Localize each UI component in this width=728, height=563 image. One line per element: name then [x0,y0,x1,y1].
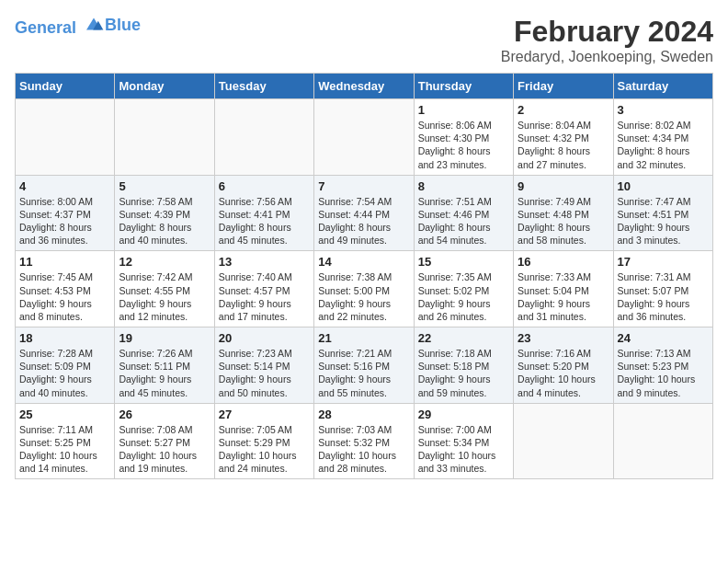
day-number: 21 [318,331,409,345]
calendar-table: SundayMondayTuesdayWednesdayThursdayFrid… [15,73,713,479]
day-number: 25 [19,408,110,421]
day-number: 19 [119,331,210,345]
header-saturday: Saturday [613,74,712,99]
day-info: Sunrise: 8:02 AM Sunset: 4:34 PM Dayligh… [618,119,709,171]
calendar-week-5: 25Sunrise: 7:11 AM Sunset: 5:25 PM Dayli… [16,403,713,479]
day-info: Sunrise: 8:06 AM Sunset: 4:30 PM Dayligh… [418,119,509,171]
calendar-cell: 7Sunrise: 7:54 AM Sunset: 4:44 PM Daylig… [314,175,414,251]
header-friday: Friday [514,74,613,99]
calendar-week-1: 1Sunrise: 8:06 AM Sunset: 4:30 PM Daylig… [16,99,713,176]
day-number: 14 [318,255,409,269]
day-info: Sunrise: 7:03 AM Sunset: 5:32 PM Dayligh… [318,423,409,476]
day-info: Sunrise: 7:31 AM Sunset: 5:07 PM Dayligh… [618,270,709,323]
calendar-cell [214,99,313,176]
day-number: 1 [418,103,509,117]
calendar-cell: 20Sunrise: 7:23 AM Sunset: 5:14 PM Dayli… [214,327,313,404]
day-info: Sunrise: 7:35 AM Sunset: 5:02 PM Dayligh… [418,270,509,323]
calendar-cell: 18Sunrise: 7:28 AM Sunset: 5:09 PM Dayli… [16,327,115,404]
day-number: 20 [219,331,310,345]
day-number: 8 [418,179,509,193]
day-info: Sunrise: 7:58 AM Sunset: 4:39 PM Dayligh… [119,195,210,247]
calendar-cell: 29Sunrise: 7:00 AM Sunset: 5:34 PM Dayli… [414,403,513,479]
day-number: 16 [518,255,609,269]
day-number: 7 [318,179,409,193]
calendar-cell [115,99,214,176]
calendar-cell: 4Sunrise: 8:00 AM Sunset: 4:37 PM Daylig… [16,175,115,251]
day-number: 10 [618,179,709,193]
day-info: Sunrise: 7:38 AM Sunset: 5:00 PM Dayligh… [318,270,409,323]
calendar-cell: 11Sunrise: 7:45 AM Sunset: 4:53 PM Dayli… [16,251,115,327]
logo-text: General [15,15,105,38]
day-number: 29 [418,408,509,421]
day-info: Sunrise: 7:08 AM Sunset: 5:27 PM Dayligh… [119,423,210,476]
header-sunday: Sunday [16,74,115,99]
calendar-cell: 19Sunrise: 7:26 AM Sunset: 5:11 PM Dayli… [115,327,214,404]
day-info: Sunrise: 8:00 AM Sunset: 4:37 PM Dayligh… [19,195,110,247]
day-info: Sunrise: 7:13 AM Sunset: 5:23 PM Dayligh… [618,347,709,399]
day-info: Sunrise: 7:23 AM Sunset: 5:14 PM Dayligh… [219,347,310,399]
header-monday: Monday [115,74,214,99]
day-info: Sunrise: 7:51 AM Sunset: 4:46 PM Dayligh… [418,195,509,247]
header-wednesday: Wednesday [314,74,414,99]
day-number: 5 [119,179,210,193]
day-info: Sunrise: 7:47 AM Sunset: 4:51 PM Dayligh… [618,195,709,247]
day-number: 27 [219,408,310,421]
day-number: 15 [418,255,509,269]
calendar-cell: 1Sunrise: 8:06 AM Sunset: 4:30 PM Daylig… [414,99,513,176]
calendar-cell: 28Sunrise: 7:03 AM Sunset: 5:32 PM Dayli… [314,403,414,479]
calendar-cell: 10Sunrise: 7:47 AM Sunset: 4:51 PM Dayli… [613,175,712,251]
day-info: Sunrise: 7:11 AM Sunset: 5:25 PM Dayligh… [19,423,110,476]
calendar-cell: 22Sunrise: 7:18 AM Sunset: 5:18 PM Dayli… [414,327,513,404]
calendar-cell: 3Sunrise: 8:02 AM Sunset: 4:34 PM Daylig… [613,99,712,176]
logo-icon [83,15,105,33]
header-thursday: Thursday [414,74,513,99]
calendar-cell: 14Sunrise: 7:38 AM Sunset: 5:00 PM Dayli… [314,251,414,327]
calendar-cell: 23Sunrise: 7:16 AM Sunset: 5:20 PM Dayli… [514,327,613,404]
calendar-cell: 16Sunrise: 7:33 AM Sunset: 5:04 PM Dayli… [514,251,613,327]
day-info: Sunrise: 7:28 AM Sunset: 5:09 PM Dayligh… [19,347,110,399]
calendar-cell: 17Sunrise: 7:31 AM Sunset: 5:07 PM Dayli… [613,251,712,327]
day-info: Sunrise: 7:56 AM Sunset: 4:41 PM Dayligh… [219,195,310,247]
calendar-cell: 21Sunrise: 7:21 AM Sunset: 5:16 PM Dayli… [314,327,414,404]
day-number: 12 [119,255,210,269]
day-number: 11 [19,255,110,269]
page-title: February 2024 [501,15,713,49]
calendar-cell [613,403,712,479]
day-number: 4 [19,179,110,193]
calendar-cell: 13Sunrise: 7:40 AM Sunset: 4:57 PM Dayli… [214,251,313,327]
day-info: Sunrise: 7:33 AM Sunset: 5:04 PM Dayligh… [518,270,609,323]
calendar-cell [314,99,414,176]
day-info: Sunrise: 7:42 AM Sunset: 4:55 PM Dayligh… [119,270,210,323]
day-info: Sunrise: 7:00 AM Sunset: 5:34 PM Dayligh… [418,423,509,476]
day-number: 9 [518,179,609,193]
calendar-cell: 9Sunrise: 7:49 AM Sunset: 4:48 PM Daylig… [514,175,613,251]
day-info: Sunrise: 7:26 AM Sunset: 5:11 PM Dayligh… [119,347,210,399]
calendar-cell: 27Sunrise: 7:05 AM Sunset: 5:29 PM Dayli… [214,403,313,479]
day-number: 26 [119,408,210,421]
day-info: Sunrise: 7:49 AM Sunset: 4:48 PM Dayligh… [518,195,609,247]
calendar-cell: 6Sunrise: 7:56 AM Sunset: 4:41 PM Daylig… [214,175,313,251]
day-number: 3 [618,103,709,117]
day-info: Sunrise: 7:18 AM Sunset: 5:18 PM Dayligh… [418,347,509,399]
day-number: 13 [219,255,310,269]
day-info: Sunrise: 7:40 AM Sunset: 4:57 PM Dayligh… [219,270,310,323]
day-number: 23 [518,331,609,345]
calendar-cell: 25Sunrise: 7:11 AM Sunset: 5:25 PM Dayli… [16,403,115,479]
calendar-cell: 2Sunrise: 8:04 AM Sunset: 4:32 PM Daylig… [514,99,613,176]
day-info: Sunrise: 7:05 AM Sunset: 5:29 PM Dayligh… [219,423,310,476]
calendar-cell: 12Sunrise: 7:42 AM Sunset: 4:55 PM Dayli… [115,251,214,327]
day-number: 2 [518,103,609,117]
page-subtitle: Bredaryd, Joenkoeping, Sweden [501,49,713,65]
day-info: Sunrise: 7:16 AM Sunset: 5:20 PM Dayligh… [518,347,609,399]
logo: General Blue [15,15,141,38]
day-number: 28 [318,408,409,421]
calendar-cell: 26Sunrise: 7:08 AM Sunset: 5:27 PM Dayli… [115,403,214,479]
day-info: Sunrise: 7:45 AM Sunset: 4:53 PM Dayligh… [19,270,110,323]
calendar-week-4: 18Sunrise: 7:28 AM Sunset: 5:09 PM Dayli… [16,327,713,404]
logo-blue: Blue [105,17,141,35]
calendar-cell: 24Sunrise: 7:13 AM Sunset: 5:23 PM Dayli… [613,327,712,404]
day-number: 22 [418,331,509,345]
calendar-header-row: SundayMondayTuesdayWednesdayThursdayFrid… [16,74,713,99]
calendar-cell: 15Sunrise: 7:35 AM Sunset: 5:02 PM Dayli… [414,251,513,327]
day-info: Sunrise: 8:04 AM Sunset: 4:32 PM Dayligh… [518,119,609,171]
